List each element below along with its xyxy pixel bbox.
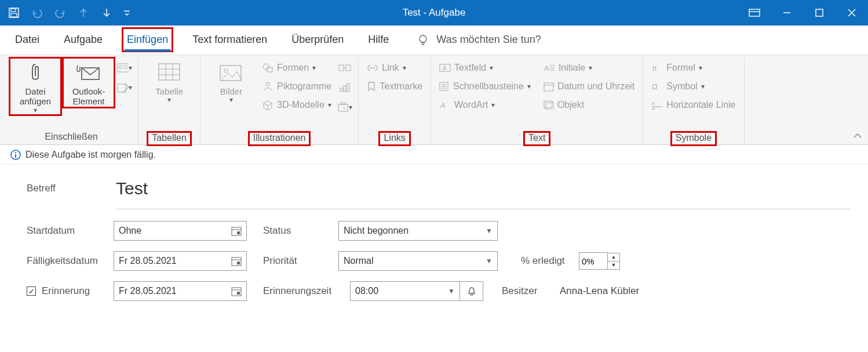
chevron-down-icon: ▾ bbox=[167, 96, 171, 104]
smartart-button[interactable] bbox=[337, 61, 352, 75]
chevron-down-icon: ▾ bbox=[34, 107, 37, 115]
percent-spinner[interactable]: ▲ ▼ bbox=[579, 252, 620, 270]
datetime-button[interactable]: Datum und Uhrzeit bbox=[541, 78, 637, 95]
pictures-label: Bilder bbox=[220, 86, 242, 96]
duedate-label: Fälligkeitsdatum bbox=[27, 255, 114, 267]
status-combo[interactable]: Nicht begonnen ▼ bbox=[338, 221, 498, 241]
spinner-down[interactable]: ▼ bbox=[607, 261, 620, 270]
dropcap-icon: A bbox=[544, 63, 555, 72]
startdate-input[interactable]: Ohne bbox=[114, 221, 247, 241]
subject-label: Betreff bbox=[27, 183, 114, 194]
remindertime-combo[interactable]: 08:00 ▼ bbox=[350, 281, 460, 301]
ribbon: Datei anfügen ▾ Outlook-Element ▾ ▾ Eins… bbox=[0, 55, 868, 145]
chevron-down-icon: ▾ bbox=[229, 96, 233, 104]
reminder-date-input[interactable]: Fr 28.05.2021 bbox=[114, 281, 247, 301]
save-icon[interactable] bbox=[6, 5, 22, 21]
title-bar: Test - Aufgabe bbox=[0, 0, 868, 26]
close-button[interactable] bbox=[836, 0, 868, 26]
svg-rect-28 bbox=[344, 86, 346, 92]
svg-rect-58 bbox=[237, 231, 240, 234]
subject-value[interactable]: Test bbox=[116, 179, 148, 198]
svg-rect-1 bbox=[11, 9, 16, 12]
pictures-button[interactable]: Bilder ▾ bbox=[206, 59, 256, 104]
chart-button[interactable] bbox=[337, 81, 352, 95]
link-icon bbox=[367, 63, 378, 72]
3d-models-button[interactable]: 3D-Modelle▾ bbox=[260, 97, 334, 113]
undo-icon[interactable] bbox=[29, 5, 45, 21]
business-card-button[interactable]: ▾ bbox=[117, 61, 132, 75]
minimize-button[interactable] bbox=[771, 0, 803, 26]
chevron-down-icon: ▼ bbox=[448, 287, 455, 295]
table-button[interactable]: Tabelle ▾ bbox=[144, 59, 194, 104]
tab-hilfe[interactable]: Hilfe bbox=[366, 30, 391, 49]
collapse-ribbon-icon[interactable] bbox=[853, 133, 862, 140]
svg-point-55 bbox=[15, 151, 16, 153]
ribbon-display-icon[interactable] bbox=[738, 0, 771, 26]
down-arrow-icon[interactable] bbox=[99, 5, 115, 21]
reminder-checkbox[interactable]: ✓ bbox=[27, 286, 36, 296]
reminder-sound-button[interactable] bbox=[460, 281, 483, 301]
svg-point-7 bbox=[420, 35, 426, 42]
group-symbole-label: Symbole bbox=[672, 133, 715, 144]
pi-icon: π bbox=[651, 63, 663, 72]
tab-aufgabe[interactable]: Aufgabe bbox=[61, 30, 105, 49]
svg-rect-47 bbox=[546, 103, 554, 110]
svg-text:A: A bbox=[440, 101, 446, 110]
equation-button[interactable]: πFormel▾ bbox=[649, 60, 738, 76]
shapes-button[interactable]: Formen▾ bbox=[260, 60, 334, 76]
calendar-icon bbox=[231, 226, 242, 236]
reminder-label: Erinnerung bbox=[42, 285, 90, 297]
percent-label: % erledigt bbox=[521, 255, 579, 267]
task-form: Betreff Test Startdatum Ohne Status Nich… bbox=[0, 165, 868, 301]
wordart-icon: A bbox=[439, 100, 451, 110]
percent-input[interactable] bbox=[579, 252, 608, 270]
maximize-button[interactable] bbox=[803, 0, 836, 26]
calendar-icon bbox=[544, 81, 554, 92]
spinner-up[interactable]: ▲ bbox=[607, 253, 620, 262]
bookmark-button[interactable]: Textmarke bbox=[364, 78, 425, 95]
tab-einfuegen[interactable]: Einfügen bbox=[125, 30, 170, 49]
tell-me-label: Was möchten Sie tun? bbox=[436, 34, 541, 46]
symbol-button[interactable]: ΩSymbol▾ bbox=[649, 78, 738, 95]
dropcap-button[interactable]: AInitiale▾ bbox=[541, 60, 637, 76]
quickparts-button[interactable]: Schnellbausteine▾ bbox=[437, 78, 533, 95]
duedate-input[interactable]: Fr 28.05.2021 bbox=[114, 251, 247, 271]
info-bar: Diese Aufgabe ist morgen fällig. bbox=[0, 145, 868, 165]
paperclip-icon bbox=[28, 61, 43, 84]
bookmark-icon bbox=[367, 81, 376, 92]
svg-text:Ω: Ω bbox=[652, 82, 658, 91]
pictogram-icon bbox=[262, 81, 273, 92]
chevron-down-icon: ▼ bbox=[486, 257, 493, 265]
wordart-button[interactable]: AWordArt▾ bbox=[437, 97, 533, 113]
tab-datei[interactable]: Datei bbox=[13, 30, 42, 49]
svg-rect-64 bbox=[237, 292, 240, 295]
object-button[interactable]: Objekt bbox=[541, 97, 637, 113]
screenshot-button[interactable]: +▾ bbox=[337, 100, 352, 114]
startdate-label: Startdatum bbox=[27, 225, 114, 237]
textbox-button[interactable]: ATextfeld▾ bbox=[437, 60, 533, 76]
svg-rect-0 bbox=[9, 8, 19, 17]
quickparts-icon bbox=[439, 81, 450, 92]
tell-me-search[interactable]: Was möchten Sie tun? bbox=[417, 34, 541, 46]
hline-button[interactable]: AAHorizontale Linie bbox=[649, 97, 738, 113]
up-arrow-icon[interactable] bbox=[75, 5, 92, 21]
tab-ueberpruefen[interactable]: Überprüfen bbox=[289, 30, 346, 49]
info-icon bbox=[10, 150, 21, 160]
cube-icon bbox=[262, 100, 273, 110]
signature-button[interactable]: ▾ bbox=[117, 81, 132, 95]
svg-rect-25 bbox=[346, 65, 351, 71]
outlook-item-button[interactable]: Outlook-Element bbox=[64, 59, 114, 107]
tab-textformat[interactable]: Text formatieren bbox=[190, 30, 269, 49]
redo-icon[interactable] bbox=[52, 5, 68, 21]
qat-customize-icon[interactable] bbox=[122, 5, 132, 21]
svg-text:A: A bbox=[652, 101, 655, 106]
priority-combo[interactable]: Normal ▼ bbox=[338, 251, 498, 271]
calendar-icon bbox=[231, 256, 242, 266]
attach-file-button[interactable]: Datei anfügen ▾ bbox=[10, 59, 60, 114]
svg-text:A: A bbox=[652, 106, 655, 110]
lightbulb-icon bbox=[417, 34, 429, 46]
link-button[interactable]: Link▾ bbox=[364, 60, 425, 76]
group-illustrationen-label: Illustrationen bbox=[250, 133, 309, 144]
pictograms-button[interactable]: Piktogramme bbox=[260, 78, 334, 95]
object-icon bbox=[544, 100, 554, 110]
